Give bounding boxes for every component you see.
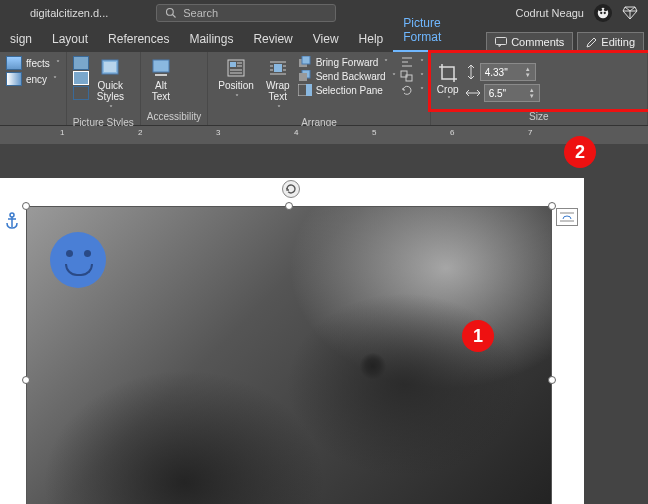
alt-text-icon: [151, 58, 171, 78]
anchor-icon: [4, 212, 20, 230]
style-preset[interactable]: [73, 86, 89, 100]
tab-help[interactable]: Help: [349, 27, 394, 52]
tab-design[interactable]: sign: [0, 27, 42, 52]
horizontal-ruler[interactable]: 1 2 3 4 5 6 7: [0, 126, 648, 144]
send-backward-icon: [298, 70, 312, 82]
svg-point-6: [604, 12, 606, 14]
send-backward-button[interactable]: Send Backward: [298, 70, 396, 82]
group-icon: [400, 70, 414, 82]
resize-handle[interactable]: [285, 202, 293, 210]
position-button[interactable]: Position: [214, 56, 258, 104]
svg-point-0: [167, 9, 174, 16]
wrap-text-icon: [268, 58, 288, 78]
svg-rect-26: [302, 56, 310, 64]
svg-rect-13: [230, 62, 236, 67]
svg-point-3: [599, 8, 603, 12]
align-icon: [400, 56, 414, 68]
tab-view[interactable]: View: [303, 27, 349, 52]
group-accessibility: Accessibility: [147, 109, 201, 125]
titlebar: digitalcitizen.d... Search Codrut Neagu: [0, 0, 648, 26]
position-icon: [226, 58, 246, 78]
selection-pane-icon: [298, 84, 312, 96]
align-button[interactable]: [400, 56, 424, 68]
svg-rect-30: [306, 84, 312, 96]
resize-handle[interactable]: [22, 202, 30, 210]
resize-handle[interactable]: [548, 202, 556, 210]
tab-picture-format[interactable]: Picture Format: [393, 11, 486, 52]
style-preset[interactable]: [73, 71, 89, 85]
svg-rect-11: [155, 74, 167, 76]
ribbon-tabs: sign Layout References Mailings Review V…: [0, 26, 648, 52]
transparency-dropdown[interactable]: ency: [6, 72, 57, 86]
document-canvas[interactable]: [0, 144, 648, 504]
layout-options-button[interactable]: [556, 208, 578, 226]
tab-references[interactable]: References: [98, 27, 179, 52]
search-input[interactable]: Search: [156, 4, 336, 22]
search-placeholder: Search: [183, 7, 218, 19]
svg-rect-18: [274, 64, 282, 72]
bring-forward-button[interactable]: Bring Forward: [298, 56, 396, 68]
comment-icon: [495, 37, 507, 48]
selected-picture[interactable]: [26, 206, 552, 504]
wrap-text-button[interactable]: Wrap Text: [262, 56, 294, 115]
diamond-icon[interactable]: [622, 6, 638, 20]
alt-text-button[interactable]: Alt Text: [147, 56, 175, 104]
spinner-arrows[interactable]: ▲▼: [525, 66, 531, 78]
resize-handle[interactable]: [548, 376, 556, 384]
group-button[interactable]: [400, 70, 424, 82]
panda-icon: [596, 6, 610, 20]
selection-pane-button[interactable]: Selection Pane: [298, 84, 396, 96]
smiley-shape[interactable]: [50, 232, 106, 288]
callout-1: 1: [462, 320, 494, 352]
quick-styles-button[interactable]: Quick Styles: [93, 56, 128, 115]
svg-line-1: [173, 15, 176, 18]
svg-rect-9: [104, 62, 116, 72]
rotate-handle[interactable]: [282, 180, 300, 198]
quick-styles-icon: [100, 58, 120, 78]
svg-point-4: [604, 8, 608, 12]
search-icon: [165, 7, 177, 19]
bring-forward-icon: [298, 56, 312, 68]
rotate-button[interactable]: [400, 84, 424, 96]
document-title: digitalcitizen.d...: [18, 7, 108, 19]
width-input[interactable]: 6.5"▲▼: [465, 84, 540, 102]
user-avatar[interactable]: [594, 4, 612, 22]
svg-point-36: [10, 213, 14, 217]
editing-button[interactable]: Editing: [577, 32, 644, 52]
svg-rect-28: [299, 73, 307, 81]
comments-button[interactable]: Comments: [486, 32, 573, 52]
tab-mailings[interactable]: Mailings: [179, 27, 243, 52]
svg-point-5: [600, 12, 602, 14]
height-input[interactable]: 4.33"▲▼: [465, 63, 540, 81]
svg-rect-10: [153, 60, 169, 72]
tab-layout[interactable]: Layout: [42, 27, 98, 52]
height-icon: [465, 64, 477, 80]
crop-icon: [437, 62, 459, 84]
layout-options-icon: [559, 211, 575, 223]
pencil-icon: [586, 37, 597, 48]
ribbon: ffects ency Quick Styles Picture Styles …: [0, 52, 648, 126]
resize-handle[interactable]: [22, 376, 30, 384]
user-name: Codrut Neagu: [516, 7, 585, 19]
svg-rect-7: [496, 37, 507, 44]
rotate-icon: [400, 84, 414, 96]
style-preset[interactable]: [73, 56, 89, 70]
rotate-arrow-icon: [285, 183, 297, 195]
effects-dropdown[interactable]: ffects: [6, 56, 60, 70]
tab-review[interactable]: Review: [243, 27, 302, 52]
callout-2: 2: [564, 136, 596, 168]
group-size: Size: [437, 109, 641, 125]
crop-button[interactable]: Crop: [437, 62, 459, 104]
spinner-arrows[interactable]: ▲▼: [529, 87, 535, 99]
width-icon: [465, 87, 481, 99]
